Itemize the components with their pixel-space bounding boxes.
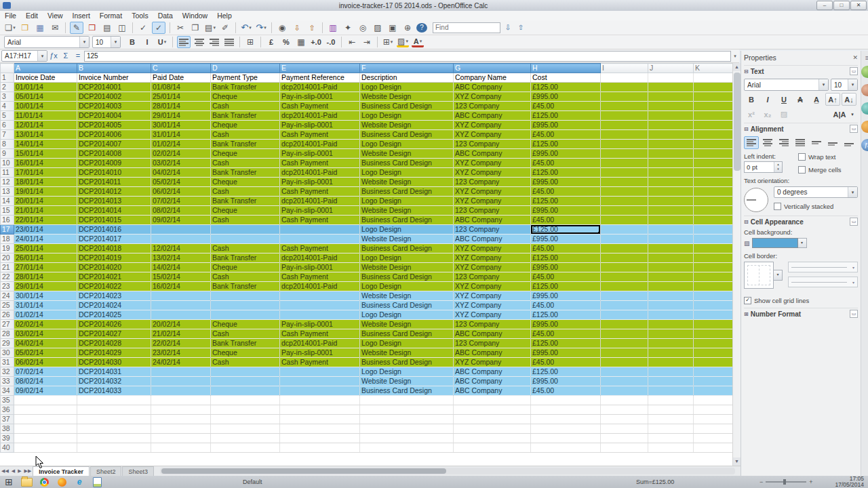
cell[interactable]: Cash [211, 216, 280, 225]
cell[interactable] [601, 320, 648, 329]
menu-insert[interactable]: Insert [68, 12, 95, 20]
cell[interactable] [694, 197, 733, 206]
document-as-email-icon[interactable]: ✉ [49, 22, 61, 33]
cell[interactable] [601, 329, 648, 339]
align-vcenter-button[interactable] [825, 136, 840, 149]
cell[interactable] [211, 291, 280, 301]
row-header[interactable]: 17 [1, 225, 14, 235]
function-wizard-icon[interactable]: ƒx [48, 51, 59, 61]
cell[interactable] [280, 301, 360, 310]
cell[interactable] [601, 291, 648, 301]
cell[interactable] [14, 415, 77, 424]
cell[interactable] [211, 396, 280, 405]
cell[interactable]: 21/02/14 [151, 329, 211, 339]
cell[interactable]: dcp2014001-Paid [280, 339, 360, 348]
chevron-down-icon[interactable]: ▾ [406, 36, 408, 47]
cell[interactable] [648, 396, 694, 405]
cell[interactable]: 15/01/14 [14, 149, 77, 159]
cell[interactable]: Cheque [211, 263, 280, 272]
cell[interactable]: 123 Company [454, 225, 531, 235]
formula-bar-expand-icon[interactable]: ▾ [731, 54, 739, 59]
cell[interactable]: DCP2014003 [77, 102, 151, 111]
cell[interactable]: £45.00 [531, 301, 601, 310]
save-icon[interactable]: ▦ [34, 22, 46, 33]
select-all-corner[interactable] [1, 64, 14, 73]
chevron-down-icon[interactable]: ▾ [111, 37, 120, 47]
cell[interactable]: DCP2014033 [77, 386, 151, 396]
cell[interactable]: DCP2014005 [77, 121, 151, 130]
hyperlink-icon[interactable]: ◉ [276, 22, 288, 33]
cell[interactable] [601, 216, 648, 225]
cell[interactable] [77, 443, 151, 453]
cell[interactable]: DCP2014026 [77, 320, 151, 329]
cell[interactable]: £995.00 [531, 92, 601, 102]
cell[interactable]: 08/02/14 [14, 377, 77, 386]
cell[interactable]: Bank Transfer [211, 168, 280, 178]
menu-file[interactable]: File [0, 12, 21, 20]
cell[interactable]: 14/01/14 [14, 140, 77, 149]
more-options-icon[interactable]: ▭ [850, 67, 858, 75]
cell[interactable] [648, 206, 694, 216]
cell[interactable]: XYZ Company [454, 197, 531, 206]
cell[interactable]: Website Design [360, 92, 454, 102]
cell[interactable] [601, 73, 648, 83]
cell[interactable]: ABC Company [454, 367, 531, 377]
functions-tab-icon[interactable]: ƒx [861, 139, 868, 151]
navigator-icon[interactable]: ✦ [342, 22, 354, 33]
cell[interactable]: 29/01/14 [14, 282, 77, 291]
cell[interactable]: £45.00 [531, 272, 601, 282]
cell[interactable] [360, 396, 454, 405]
cell[interactable]: dcp2014001-Paid [280, 168, 360, 178]
align-left-icon[interactable] [177, 36, 191, 48]
cell[interactable] [648, 329, 694, 339]
cell[interactable]: 30/01/14 [14, 291, 77, 301]
row-header[interactable]: 3 [1, 92, 14, 102]
menu-help[interactable]: Help [212, 12, 237, 20]
cell[interactable] [648, 92, 694, 102]
cell[interactable] [694, 358, 733, 367]
cell[interactable] [694, 187, 733, 197]
cell[interactable]: Business Card Design [360, 187, 454, 197]
cell[interactable]: 10/01/14 [14, 102, 77, 111]
cell[interactable]: £45.00 [531, 159, 601, 168]
chevron-down-icon[interactable]: ▾ [264, 22, 267, 33]
cell[interactable]: XYZ Company [454, 159, 531, 168]
cell[interactable]: 02/02/14 [14, 320, 77, 329]
column-header-C[interactable]: C [151, 64, 211, 73]
cell[interactable]: DCP2014012 [77, 187, 151, 197]
cell[interactable] [601, 386, 648, 396]
cell[interactable]: 08/02/14 [151, 206, 211, 216]
cell[interactable] [280, 396, 360, 405]
row-header[interactable]: 30 [1, 348, 14, 358]
expander-icon[interactable]: ⊟ [744, 219, 749, 225]
borders-icon[interactable]: ⊞▾ [382, 37, 394, 47]
cell[interactable] [280, 225, 360, 235]
row-header[interactable]: 7 [1, 130, 14, 140]
chevron-down-icon[interactable]: ▾ [79, 37, 89, 47]
number-format-percent-icon[interactable]: % [280, 37, 292, 47]
cell[interactable]: Website Design [360, 149, 454, 159]
cell[interactable]: 24/01/14 [14, 235, 77, 244]
cell[interactable]: Logo Design [360, 339, 454, 348]
cell[interactable]: DCP2014021 [77, 272, 151, 282]
page-style-status[interactable]: Default [243, 479, 262, 485]
decrease-indent-icon[interactable]: ⇤ [346, 37, 358, 47]
cell[interactable]: £125.00 [531, 339, 601, 348]
cell[interactable]: DCP2014027 [77, 329, 151, 339]
number-format-currency-icon[interactable]: £ [265, 37, 277, 47]
text-section-header[interactable]: ⊟ Text ▭ [744, 65, 858, 77]
cell[interactable]: 25/01/14 [151, 92, 211, 102]
cell[interactable]: Logo Design [360, 282, 454, 291]
cell[interactable]: 123 Company [454, 102, 531, 111]
start-button[interactable]: ⊞ [2, 476, 16, 487]
cell[interactable]: £995.00 [531, 149, 601, 159]
cell[interactable] [694, 140, 733, 149]
cell[interactable] [648, 358, 694, 367]
row-header[interactable]: 29 [1, 339, 14, 348]
cell[interactable] [601, 159, 648, 168]
cell[interactable]: Business Card Design [360, 102, 454, 111]
find-input[interactable] [433, 22, 500, 33]
expander-icon[interactable]: ⊟ [744, 68, 749, 75]
underline-icon[interactable]: U▾ [156, 37, 168, 47]
cell[interactable]: ABC Company [454, 235, 531, 244]
